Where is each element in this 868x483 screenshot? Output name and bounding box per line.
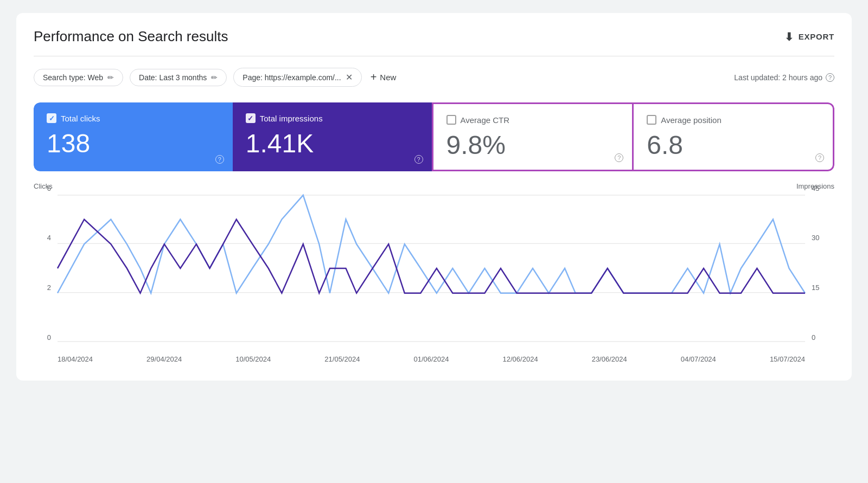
metric-help-position: ? [815, 152, 824, 162]
chart-plot-area [58, 195, 805, 342]
metric-value-position: 6.8 [647, 131, 820, 160]
x-label-0: 18/04/2024 [58, 355, 93, 363]
chart-x-labels: 18/04/2024 29/04/2024 10/05/2024 21/05/2… [58, 344, 805, 363]
checkbox-impressions[interactable]: ✓ [246, 113, 256, 123]
metric-value-clicks: 138 [47, 130, 220, 158]
checkbox-position[interactable] [647, 115, 656, 125]
search-type-label: Search type: Web [43, 73, 103, 82]
main-card: Performance on Search results ⬇ EXPORT S… [16, 13, 852, 381]
x-label-5: 12/06/2024 [503, 355, 538, 363]
help-icon-ctr[interactable]: ? [615, 153, 623, 162]
last-updated-help-icon[interactable]: ? [826, 73, 834, 82]
metric-help-clicks: ? [215, 154, 224, 164]
x-label-4: 01/06/2024 [413, 355, 449, 363]
metric-card-ctr[interactable]: Average CTR 9.8% ? [432, 102, 633, 171]
date-filter[interactable]: Date: Last 3 months ✏ [130, 69, 227, 86]
edit-icon-date: ✏ [211, 73, 218, 82]
download-icon: ⬇ [784, 30, 794, 43]
search-type-filter[interactable]: Search type: Web ✏ [34, 69, 123, 86]
metric-label-row-impressions: ✓ Total impressions [246, 113, 419, 123]
chart-y-right-axis: 45 30 15 0 [807, 184, 834, 342]
metric-card-clicks[interactable]: ✓ Total clicks 138 ? [34, 102, 233, 171]
divider [34, 56, 834, 56]
x-label-3: 21/05/2024 [324, 355, 360, 363]
close-icon[interactable]: ✕ [346, 72, 353, 82]
metric-help-impressions: ? [414, 154, 423, 164]
help-icon-impressions[interactable]: ? [414, 155, 423, 164]
page-filter-label: Page: https://example.com/... [242, 73, 341, 82]
page-title: Performance on Search results [34, 28, 228, 45]
x-label-6: 23/06/2024 [592, 355, 627, 363]
metric-label-row-clicks: ✓ Total clicks [47, 113, 220, 123]
new-filter-button[interactable]: + New [368, 67, 399, 87]
date-label: Date: Last 3 months [139, 73, 207, 82]
checkbox-clicks[interactable]: ✓ [47, 113, 56, 123]
metric-card-impressions[interactable]: ✓ Total impressions 1.41K ? [233, 102, 432, 171]
metric-value-impressions: 1.41K [246, 130, 419, 158]
x-label-2: 10/05/2024 [235, 355, 271, 363]
chart-y-left-axis: 6 4 2 0 [34, 184, 55, 342]
metrics-row: ✓ Total clicks 138 ? ✓ Total impressions… [34, 102, 834, 171]
metric-help-ctr: ? [615, 152, 623, 162]
last-updated: Last updated: 2 hours ago ? [734, 73, 834, 82]
page-filter[interactable]: Page: https://example.com/... ✕ [233, 68, 361, 87]
x-label-7: 04/07/2024 [681, 355, 716, 363]
metric-title-clicks: Total clicks [61, 114, 100, 123]
new-filter-label: New [380, 73, 396, 82]
clicks-line [58, 195, 805, 293]
impressions-line [58, 219, 805, 293]
plus-icon: + [371, 71, 377, 83]
header-row: Performance on Search results ⬇ EXPORT [34, 28, 834, 45]
metric-value-ctr: 9.8% [446, 131, 620, 160]
chart-svg [58, 195, 805, 342]
edit-icon: ✏ [107, 73, 114, 82]
checkbox-ctr[interactable] [446, 115, 456, 125]
metric-title-position: Average position [661, 115, 721, 125]
metric-title-impressions: Total impressions [260, 114, 323, 123]
x-label-1: 29/04/2024 [146, 355, 182, 363]
export-button[interactable]: ⬇ EXPORT [784, 30, 834, 43]
help-icon-clicks[interactable]: ? [215, 155, 224, 164]
metric-title-ctr: Average CTR [461, 115, 510, 125]
metric-card-position[interactable]: Average position 6.8 ? [632, 102, 834, 171]
help-icon-position[interactable]: ? [815, 153, 824, 162]
chart-container: Clicks Impressions 6 4 2 0 45 30 15 0 [34, 184, 834, 363]
metric-label-row-ctr: Average CTR [446, 115, 620, 125]
x-label-8: 15/07/2024 [770, 355, 805, 363]
filters-row: Search type: Web ✏ Date: Last 3 months ✏… [34, 67, 834, 87]
metric-label-row-position: Average position [647, 115, 820, 125]
